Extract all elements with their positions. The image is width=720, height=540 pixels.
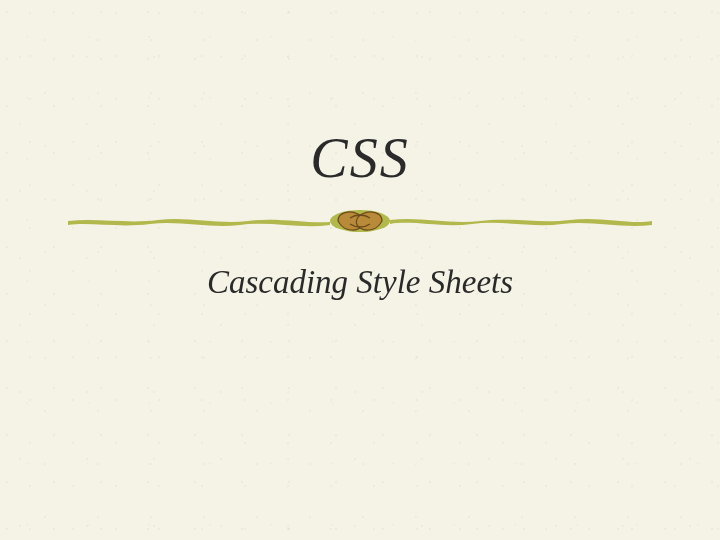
slide-title: CSS	[0, 126, 720, 190]
decorative-divider	[68, 206, 652, 236]
divider-icon	[68, 206, 652, 236]
slide: CSS Cascading Style Sheets	[0, 0, 720, 540]
slide-subtitle: Cascading Style Sheets	[0, 264, 720, 301]
